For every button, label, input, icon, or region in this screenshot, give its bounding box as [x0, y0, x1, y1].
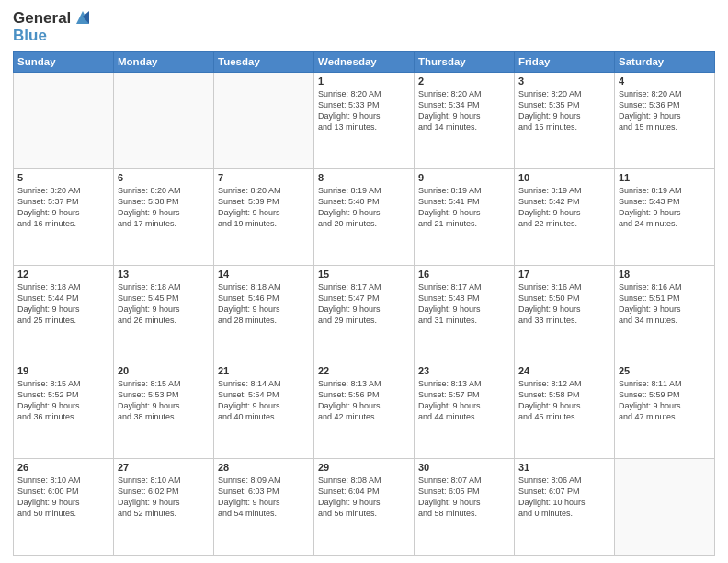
day-number: 10	[518, 172, 610, 183]
week-row-4: 19Sunrise: 8:15 AM Sunset: 5:52 PM Dayli…	[14, 362, 715, 458]
logo-icon	[73, 7, 93, 28]
calendar-cell: 7Sunrise: 8:20 AM Sunset: 5:39 PM Daylig…	[214, 168, 314, 265]
day-number: 22	[318, 365, 410, 376]
day-number: 12	[17, 269, 109, 280]
day-number: 17	[518, 269, 610, 280]
calendar-cell: 29Sunrise: 8:08 AM Sunset: 6:04 PM Dayli…	[314, 458, 415, 555]
calendar-cell: 31Sunrise: 8:06 AM Sunset: 6:07 PM Dayli…	[515, 458, 615, 555]
day-info: Sunrise: 8:14 AM Sunset: 5:54 PM Dayligh…	[218, 378, 310, 423]
weekday-header-row: SundayMondayTuesdayWednesdayThursdayFrid…	[14, 51, 715, 72]
day-number: 28	[218, 462, 310, 473]
day-number: 30	[418, 462, 510, 473]
day-number: 29	[318, 462, 410, 473]
calendar-cell: 10Sunrise: 8:19 AM Sunset: 5:42 PM Dayli…	[515, 168, 615, 265]
day-number: 25	[619, 365, 711, 376]
calendar-cell: 26Sunrise: 8:10 AM Sunset: 6:00 PM Dayli…	[14, 458, 114, 555]
calendar-cell: 22Sunrise: 8:13 AM Sunset: 5:56 PM Dayli…	[314, 362, 415, 458]
day-info: Sunrise: 8:20 AM Sunset: 5:37 PM Dayligh…	[17, 185, 109, 230]
day-info: Sunrise: 8:17 AM Sunset: 5:48 PM Dayligh…	[418, 282, 510, 327]
calendar-cell: 30Sunrise: 8:07 AM Sunset: 6:05 PM Dayli…	[415, 458, 515, 555]
day-number: 1	[318, 75, 410, 86]
day-number: 7	[218, 172, 310, 183]
day-number: 18	[619, 269, 711, 280]
day-number: 14	[218, 269, 310, 280]
week-row-3: 12Sunrise: 8:18 AM Sunset: 5:44 PM Dayli…	[14, 265, 715, 362]
calendar-cell: 9Sunrise: 8:19 AM Sunset: 5:41 PM Daylig…	[415, 168, 515, 265]
calendar-cell: 20Sunrise: 8:15 AM Sunset: 5:53 PM Dayli…	[114, 362, 214, 458]
weekday-friday: Friday	[515, 51, 615, 72]
day-number: 21	[218, 365, 310, 376]
day-info: Sunrise: 8:18 AM Sunset: 5:45 PM Dayligh…	[118, 282, 210, 327]
calendar-cell: 18Sunrise: 8:16 AM Sunset: 5:51 PM Dayli…	[615, 265, 715, 362]
day-info: Sunrise: 8:11 AM Sunset: 5:59 PM Dayligh…	[619, 378, 711, 423]
calendar-cell: 28Sunrise: 8:09 AM Sunset: 6:03 PM Dayli…	[214, 458, 314, 555]
day-info: Sunrise: 8:19 AM Sunset: 5:41 PM Dayligh…	[418, 185, 510, 230]
day-number: 23	[418, 365, 510, 376]
day-number: 9	[418, 172, 510, 183]
calendar-cell: 14Sunrise: 8:18 AM Sunset: 5:46 PM Dayli…	[214, 265, 314, 362]
header: General Blue	[13, 9, 715, 45]
calendar-cell	[14, 72, 114, 168]
day-info: Sunrise: 8:07 AM Sunset: 6:05 PM Dayligh…	[418, 475, 510, 520]
day-info: Sunrise: 8:16 AM Sunset: 5:51 PM Dayligh…	[619, 282, 711, 327]
day-info: Sunrise: 8:16 AM Sunset: 5:50 PM Dayligh…	[518, 282, 610, 327]
logo-text-blue: Blue	[13, 27, 47, 44]
day-info: Sunrise: 8:19 AM Sunset: 5:43 PM Dayligh…	[619, 185, 711, 230]
day-number: 8	[318, 172, 410, 183]
calendar-cell: 19Sunrise: 8:15 AM Sunset: 5:52 PM Dayli…	[14, 362, 114, 458]
calendar-cell: 15Sunrise: 8:17 AM Sunset: 5:47 PM Dayli…	[314, 265, 415, 362]
day-info: Sunrise: 8:20 AM Sunset: 5:33 PM Dayligh…	[318, 88, 410, 133]
day-info: Sunrise: 8:13 AM Sunset: 5:56 PM Dayligh…	[318, 378, 410, 423]
calendar-cell: 21Sunrise: 8:14 AM Sunset: 5:54 PM Dayli…	[214, 362, 314, 458]
day-info: Sunrise: 8:19 AM Sunset: 5:42 PM Dayligh…	[518, 185, 610, 230]
day-number: 27	[118, 462, 210, 473]
day-info: Sunrise: 8:08 AM Sunset: 6:04 PM Dayligh…	[318, 475, 410, 520]
calendar-cell: 6Sunrise: 8:20 AM Sunset: 5:38 PM Daylig…	[114, 168, 214, 265]
calendar-cell: 12Sunrise: 8:18 AM Sunset: 5:44 PM Dayli…	[14, 265, 114, 362]
day-info: Sunrise: 8:20 AM Sunset: 5:39 PM Dayligh…	[218, 185, 310, 230]
day-info: Sunrise: 8:20 AM Sunset: 5:35 PM Dayligh…	[518, 88, 610, 133]
weekday-thursday: Thursday	[415, 51, 515, 72]
day-info: Sunrise: 8:17 AM Sunset: 5:47 PM Dayligh…	[318, 282, 410, 327]
day-number: 31	[518, 462, 610, 473]
day-number: 6	[118, 172, 210, 183]
weekday-sunday: Sunday	[14, 51, 114, 72]
calendar-cell: 5Sunrise: 8:20 AM Sunset: 5:37 PM Daylig…	[14, 168, 114, 265]
day-info: Sunrise: 8:18 AM Sunset: 5:46 PM Dayligh…	[218, 282, 310, 327]
calendar-cell: 16Sunrise: 8:17 AM Sunset: 5:48 PM Dayli…	[415, 265, 515, 362]
calendar-cell	[114, 72, 214, 168]
day-info: Sunrise: 8:20 AM Sunset: 5:34 PM Dayligh…	[418, 88, 510, 133]
day-number: 11	[619, 172, 711, 183]
day-info: Sunrise: 8:12 AM Sunset: 5:58 PM Dayligh…	[518, 378, 610, 423]
calendar-table: SundayMondayTuesdayWednesdayThursdayFrid…	[13, 51, 715, 556]
calendar-cell: 24Sunrise: 8:12 AM Sunset: 5:58 PM Dayli…	[515, 362, 615, 458]
calendar-cell: 23Sunrise: 8:13 AM Sunset: 5:57 PM Dayli…	[415, 362, 515, 458]
calendar-cell: 4Sunrise: 8:20 AM Sunset: 5:36 PM Daylig…	[615, 72, 715, 168]
day-number: 2	[418, 75, 510, 86]
calendar-cell: 17Sunrise: 8:16 AM Sunset: 5:50 PM Dayli…	[515, 265, 615, 362]
day-info: Sunrise: 8:20 AM Sunset: 5:36 PM Dayligh…	[619, 88, 711, 133]
day-info: Sunrise: 8:20 AM Sunset: 5:38 PM Dayligh…	[118, 185, 210, 230]
week-row-5: 26Sunrise: 8:10 AM Sunset: 6:00 PM Dayli…	[14, 458, 715, 555]
logo: General Blue	[13, 9, 93, 45]
day-number: 5	[17, 172, 109, 183]
page: General Blue SundayMondayTuesdayWednesda…	[0, 0, 728, 563]
day-number: 3	[518, 75, 610, 86]
day-info: Sunrise: 8:06 AM Sunset: 6:07 PM Dayligh…	[518, 475, 610, 520]
calendar-cell: 11Sunrise: 8:19 AM Sunset: 5:43 PM Dayli…	[615, 168, 715, 265]
calendar-cell: 27Sunrise: 8:10 AM Sunset: 6:02 PM Dayli…	[114, 458, 214, 555]
calendar-cell: 13Sunrise: 8:18 AM Sunset: 5:45 PM Dayli…	[114, 265, 214, 362]
day-info: Sunrise: 8:15 AM Sunset: 5:53 PM Dayligh…	[118, 378, 210, 423]
day-number: 15	[318, 269, 410, 280]
day-info: Sunrise: 8:18 AM Sunset: 5:44 PM Dayligh…	[17, 282, 109, 327]
week-row-2: 5Sunrise: 8:20 AM Sunset: 5:37 PM Daylig…	[14, 168, 715, 265]
day-info: Sunrise: 8:09 AM Sunset: 6:03 PM Dayligh…	[218, 475, 310, 520]
calendar-cell: 25Sunrise: 8:11 AM Sunset: 5:59 PM Dayli…	[615, 362, 715, 458]
calendar-cell: 1Sunrise: 8:20 AM Sunset: 5:33 PM Daylig…	[314, 72, 415, 168]
day-info: Sunrise: 8:10 AM Sunset: 6:02 PM Dayligh…	[118, 475, 210, 520]
day-number: 13	[118, 269, 210, 280]
calendar-cell	[214, 72, 314, 168]
calendar-cell: 3Sunrise: 8:20 AM Sunset: 5:35 PM Daylig…	[515, 72, 615, 168]
day-info: Sunrise: 8:10 AM Sunset: 6:00 PM Dayligh…	[17, 475, 109, 520]
calendar-cell: 2Sunrise: 8:20 AM Sunset: 5:34 PM Daylig…	[415, 72, 515, 168]
